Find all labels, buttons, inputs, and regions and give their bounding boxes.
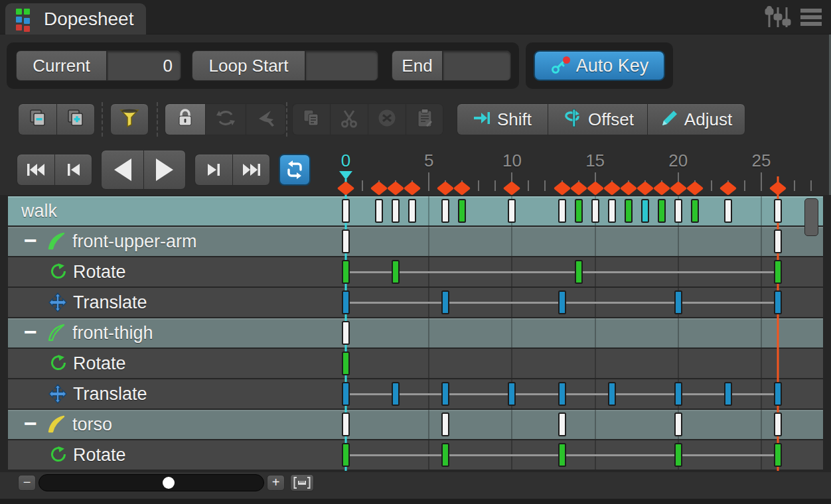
keyframe[interactable] [658,199,666,223]
ruler-key-diamond[interactable] [503,181,521,195]
keyframe[interactable] [674,443,682,467]
auto-key-button[interactable]: Auto Key [534,50,665,81]
filter-button[interactable] [110,103,149,135]
keyframe[interactable] [674,290,682,314]
collapse-toggle[interactable]: − [24,318,37,347]
loop-start-input[interactable] [305,50,378,81]
vertical-scrollbar[interactable] [804,198,818,236]
bone-name[interactable]: front-thigh [72,318,153,347]
ruler-key-diamond[interactable] [586,181,604,195]
keyframe[interactable] [508,382,516,406]
cut-button[interactable] [330,103,368,135]
keyframe[interactable] [575,199,583,223]
keyframe[interactable] [691,199,699,223]
keyframe[interactable] [342,260,350,284]
keyframe[interactable] [674,199,682,223]
keyframe[interactable] [458,199,466,223]
keyframe[interactable] [608,382,616,406]
offset-button[interactable]: Offset [548,103,647,135]
keyframe[interactable] [558,412,566,436]
keyframe[interactable] [342,382,350,406]
ruler-key-diamond[interactable] [769,181,787,195]
adjust-button[interactable]: Adjust [647,103,745,135]
bone-name[interactable]: torso [72,410,112,439]
keyframe[interactable] [591,199,599,223]
keyframe[interactable] [392,382,400,406]
expand-button[interactable] [56,103,95,135]
keyframe[interactable] [608,199,616,223]
end-input[interactable] [443,50,511,81]
timeline-property-name[interactable]: Rotate [73,440,126,470]
keyframe[interactable] [774,412,782,436]
fit-timeline-button[interactable] [290,474,314,491]
timeline-property-name[interactable]: Rotate [73,349,126,378]
keyframe[interactable] [774,443,782,467]
dopesheet-row[interactable]: Translate [8,379,823,409]
dopesheet-row[interactable]: −front-thigh [8,318,823,347]
bone-name[interactable]: front-upper-arm [72,227,197,256]
keyframe[interactable] [774,290,782,314]
ruler-key-diamond[interactable] [453,181,471,195]
zoom-in-button[interactable]: + [267,475,285,491]
zoom-out-button[interactable]: − [18,475,36,491]
tab-dopesheet[interactable]: Dopesheet [5,3,146,34]
keyframe[interactable] [558,199,566,223]
keyframe[interactable] [342,412,350,436]
keyframe[interactable] [508,199,516,223]
dopesheet-row[interactable]: Rotate [8,349,823,378]
keyframe[interactable] [342,321,350,345]
shift-button[interactable]: Shift [457,103,548,135]
menu-icon[interactable] [800,8,822,29]
sync-button[interactable] [205,103,246,135]
ruler-key-diamond[interactable] [603,181,621,195]
keyframe[interactable] [774,229,782,253]
paste-button[interactable] [406,103,443,135]
keyframe[interactable] [342,443,350,467]
ruler-key-diamond[interactable] [437,181,455,195]
playhead-marker[interactable] [339,171,352,180]
copy-button[interactable] [292,103,330,135]
keyframe[interactable] [441,199,449,223]
keyframe[interactable] [408,199,416,223]
ruler-key-diamond[interactable] [553,181,571,195]
keyframe[interactable] [674,382,682,406]
dopesheet-row[interactable]: −torso [8,410,823,439]
ruler-key-diamond[interactable] [719,181,737,195]
dopesheet-row[interactable]: −front-upper-arm [8,227,823,256]
keyframe[interactable] [342,229,350,253]
zoom-slider-track[interactable] [38,474,264,491]
ruler-key-diamond[interactable] [569,181,587,195]
keyframe[interactable] [724,199,732,223]
keyframe[interactable] [441,382,449,406]
keyframe[interactable] [441,443,449,467]
ruler-key-diamond[interactable] [337,181,355,195]
keyframe[interactable] [558,290,566,314]
timeline-ruler[interactable]: 0510152025 [0,147,831,196]
keyframe[interactable] [392,260,400,284]
current-frame-input[interactable]: 0 [107,50,181,81]
keyframe[interactable] [774,199,782,223]
dopesheet-row[interactable]: walk [8,196,823,225]
ruler-key-diamond[interactable] [404,181,421,195]
keyframe[interactable] [342,199,350,223]
keyframe[interactable] [724,382,732,406]
dopesheet-row[interactable]: Rotate [8,440,823,470]
timeline-property-name[interactable]: Translate [73,288,147,317]
ruler-key-diamond[interactable] [619,181,637,195]
keyframe[interactable] [441,412,449,436]
keyframe[interactable] [342,351,350,375]
keyframe[interactable] [641,199,649,223]
animation-name[interactable]: walk [21,196,57,225]
ruler-key-diamond[interactable] [387,181,405,195]
select-cursor-button[interactable] [246,103,286,135]
keyframe[interactable] [558,443,566,467]
ruler-key-diamond[interactable] [670,181,688,195]
lock-button[interactable] [165,103,205,135]
keyframe[interactable] [441,290,449,314]
ruler-key-diamond[interactable] [652,181,670,195]
collapse-toggle[interactable]: − [24,410,37,439]
keyframe[interactable] [674,412,682,436]
timeline-property-name[interactable]: Translate [73,379,147,409]
ruler-key-diamond[interactable] [686,181,704,195]
dopesheet-row[interactable]: Rotate [8,257,823,286]
